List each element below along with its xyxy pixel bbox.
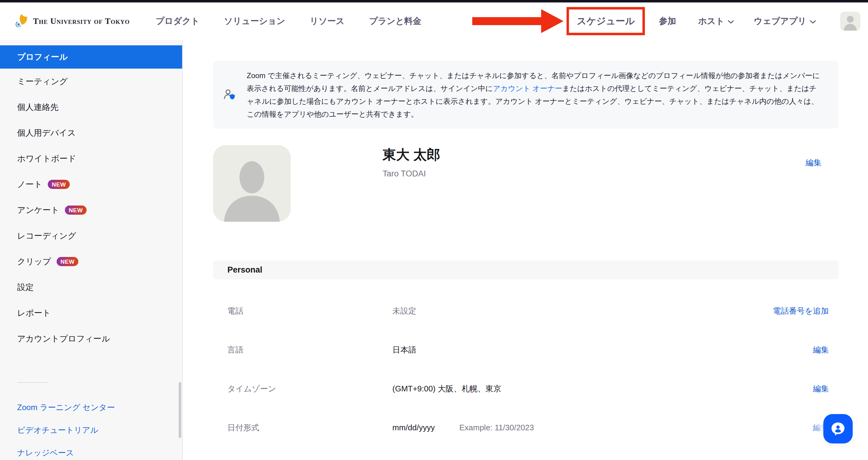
table-row-language: 言語 日本語 編集: [213, 330, 839, 369]
personal-section-header: Personal: [213, 260, 839, 279]
sidebar-item-reports[interactable]: レポート: [0, 300, 182, 326]
row-label: 日付形式: [227, 422, 392, 433]
row-value: (GMT+9:00) 大阪、札幌、東京: [392, 383, 501, 394]
edit-language-button[interactable]: 編集: [813, 345, 829, 355]
top-strip: [0, 0, 868, 2]
sidebar-item-label: レコーディング: [17, 230, 76, 241]
sidebar-item-devices[interactable]: 個人用デバイス: [0, 120, 182, 146]
nav-item-host[interactable]: ホスト: [698, 15, 734, 27]
row-value: mm/dd/yyyy: [392, 423, 435, 432]
nav-left: プロダクト ソリューション リソース プランと料金: [156, 15, 422, 27]
edit-profile-button[interactable]: 編集: [806, 157, 822, 168]
link-learning-center[interactable]: Zoom ラーニング センター: [17, 401, 182, 413]
nav-item-plans[interactable]: プランと料金: [369, 15, 422, 27]
main-content: Zoom で主催されるミーティング、ウェビナー、チャット、またはチャネルに参加す…: [183, 40, 868, 460]
profile-avatar[interactable]: [213, 145, 291, 222]
row-value: 日本語: [392, 345, 416, 355]
row-label: 言語: [227, 345, 392, 355]
nav-item-webapp[interactable]: ウェブアプリ: [754, 15, 816, 27]
sidebar-item-label: クリップ: [17, 256, 51, 267]
sidebar-item-label: プロフィール: [17, 52, 68, 62]
nav-item-resources[interactable]: リソース: [310, 15, 345, 27]
sidebar-item-whiteboard[interactable]: ホワイトボード: [0, 146, 182, 172]
sidebar-item-label: 個人用デバイス: [17, 127, 76, 138]
profile-block: 東大 太郎 Taro TODAI 編集: [213, 145, 839, 222]
sidebar-item-account-profile[interactable]: アカウントプロフィール: [0, 326, 182, 352]
edit-timezone-button[interactable]: 編集: [813, 383, 829, 394]
utokyo-ginkgo-icon: [15, 13, 29, 29]
personal-section-title: Personal: [227, 265, 262, 275]
nav-item-schedule[interactable]: スケジュール: [577, 16, 635, 26]
annotation-highlight-box: スケジュール: [566, 7, 645, 35]
privacy-notice-text: Zoom で主催されるミーティング、ウェビナー、チャット、またはチャネルに参加す…: [247, 69, 823, 121]
sidebar-item-label: 設定: [17, 282, 34, 293]
date-format-example: Example: 11/30/2023: [459, 423, 534, 432]
table-row-timezone: タイムゾーン (GMT+9:00) 大阪、札幌、東京 編集: [213, 369, 839, 408]
sidebar-item-label: レポート: [17, 308, 51, 318]
chevron-down-icon: [727, 20, 734, 24]
sidebar-item-label: ホワイトボード: [17, 153, 76, 164]
annotation-arrow-icon: [472, 7, 564, 35]
new-badge: NEW: [65, 205, 87, 215]
display-name: 東大 太郎: [382, 146, 440, 164]
sidebar-item-clips[interactable]: クリップ NEW: [0, 249, 182, 275]
logo-text: The University of Tokyo: [33, 17, 130, 26]
help-button[interactable]: [823, 414, 853, 443]
sidebar-item-surveys[interactable]: アンケート NEW: [0, 197, 182, 223]
person-silhouette-icon: [840, 12, 860, 31]
link-video-tutorials[interactable]: ビデオチュートリアル: [17, 424, 182, 436]
sidebar-footer: Zoom ラーニング センター ビデオチュートリアル ナレッジベース: [0, 401, 182, 459]
help-chat-icon: [829, 420, 847, 438]
privacy-notice: Zoom で主催されるミーティング、ウェビナー、チャット、またはチャネルに参加す…: [213, 61, 839, 128]
new-badge: NEW: [48, 180, 70, 189]
sidebar-item-profile[interactable]: プロフィール: [0, 45, 182, 68]
nav-item-solutions[interactable]: ソリューション: [224, 15, 285, 27]
table-row-phone: 電話 未設定 電話番号を追加: [213, 292, 839, 330]
sidebar-item-notes[interactable]: ノート NEW: [0, 172, 182, 197]
row-label: 電話: [227, 306, 392, 316]
person-silhouette-icon: [213, 145, 291, 222]
sidebar-item-label: ミーティング: [17, 76, 68, 87]
header: The University of Tokyo プロダクト ソリューション リソ…: [0, 2, 868, 40]
sidebar-divider: [17, 382, 48, 383]
content: プロフィール ミーティング 個人連絡先 個人用デバイス ホワイトボード ノート …: [0, 40, 868, 460]
sidebar-item-label: 個人連絡先: [17, 102, 58, 113]
row-label: タイムゾーン: [227, 383, 392, 394]
romanized-name: Taro TODAI: [382, 169, 426, 178]
add-phone-button[interactable]: 電話番号を追加: [773, 306, 829, 316]
sidebar-item-meetings[interactable]: ミーティング: [0, 68, 182, 94]
nav-right: スケジュール 参加 ホスト ウェブアプリ: [472, 7, 860, 35]
utokyo-logo[interactable]: The University of Tokyo: [15, 13, 130, 29]
nav-item-host-label: ホスト: [698, 15, 724, 27]
nav-item-products[interactable]: プロダクト: [156, 15, 199, 27]
sidebar-item-recordings[interactable]: レコーディング: [0, 223, 182, 249]
sidebar: プロフィール ミーティング 個人連絡先 個人用デバイス ホワイトボード ノート …: [0, 40, 183, 460]
account-avatar[interactable]: [840, 12, 860, 31]
nav-item-webapp-label: ウェブアプリ: [754, 15, 806, 27]
sidebar-item-settings[interactable]: 設定: [0, 275, 182, 300]
sidebar-item-contacts[interactable]: 個人連絡先: [0, 94, 182, 120]
account-owner-link[interactable]: アカウント オーナー: [493, 84, 562, 92]
sidebar-item-label: ノート: [17, 179, 42, 190]
nav-item-join[interactable]: 参加: [659, 15, 676, 27]
personal-rows: 電話 未設定 電話番号を追加 言語 日本語 編集 タイムゾーン (GMT+9:0…: [213, 292, 839, 447]
person-privacy-icon: [213, 88, 247, 102]
row-value: 未設定: [392, 306, 416, 316]
sidebar-scrollbar[interactable]: [179, 382, 181, 438]
link-knowledge-base[interactable]: ナレッジベース: [17, 447, 182, 459]
sidebar-item-label: アンケート: [17, 205, 59, 215]
new-badge: NEW: [57, 257, 79, 266]
table-row-dateformat: 日付形式 mm/dd/yyyy Example: 11/30/2023 編集: [213, 408, 839, 447]
sidebar-item-label: アカウントプロフィール: [17, 333, 110, 344]
chevron-down-icon: [810, 20, 816, 24]
